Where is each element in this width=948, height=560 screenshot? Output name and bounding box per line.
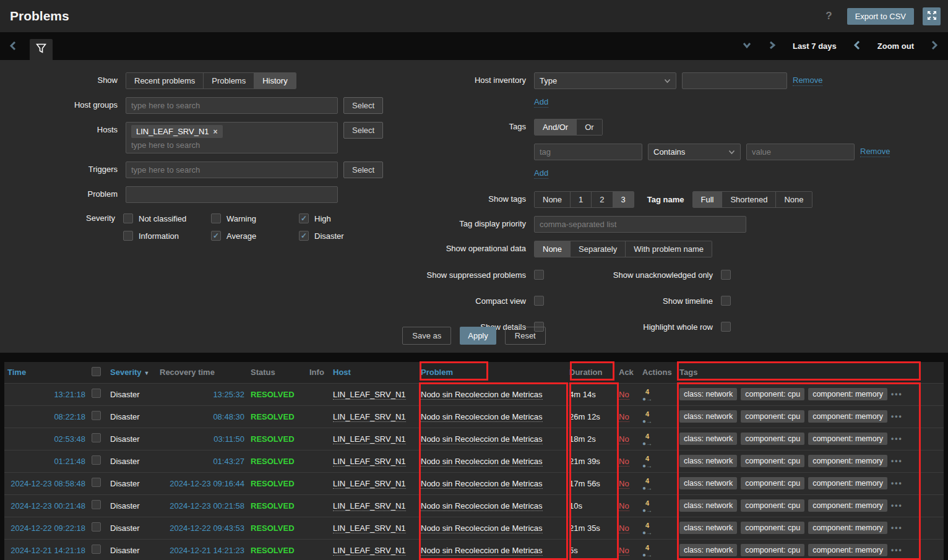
problem-link[interactable]: Nodo sin Recoleccion de Metricas [421,434,543,444]
status-resolved[interactable]: RESOLVED [251,546,295,555]
more-tags-button[interactable]: ••• [891,412,903,421]
actions-badge[interactable]: 4 ●→ [642,522,652,536]
column-header-time[interactable]: Time [4,362,88,383]
host-link[interactable]: LIN_LEAF_SRV_N1 [333,546,406,556]
severity-checkbox-high[interactable] [299,213,309,223]
ack-link[interactable]: No [619,546,629,556]
chevron-down-icon[interactable] [742,41,752,51]
tag-display-priority-input[interactable] [534,216,746,233]
time-range-button[interactable]: Last 7 days [793,41,837,51]
chevron-right-small-icon[interactable] [769,40,776,52]
host-inventory-add-link[interactable]: Add [534,97,548,108]
row-checkbox[interactable] [92,411,101,420]
actions-badge[interactable]: 4 ●→ [642,478,652,491]
row-checkbox[interactable] [92,522,101,532]
host-link[interactable]: LIN_LEAF_SRV_N1 [333,479,406,489]
triggers-select-button[interactable]: Select [343,162,383,178]
row-checkbox[interactable] [92,389,101,398]
row-checkbox[interactable] [92,500,101,509]
more-tags-button[interactable]: ••• [891,523,903,532]
tag-name-none[interactable]: None [776,192,811,207]
status-resolved[interactable]: RESOLVED [251,501,295,510]
more-tags-button[interactable]: ••• [891,546,903,554]
host-link[interactable]: LIN_LEAF_SRV_N1 [333,457,406,467]
hosts-input[interactable]: LIN_LEAF_SRV_N1 × type here to search [126,122,338,153]
problem-link[interactable]: Nodo sin Recoleccion de Metricas [421,457,543,467]
show-option-recent[interactable]: Recent problems [126,73,204,88]
tag-name-full[interactable]: Full [693,192,723,207]
show-timeline-checkbox[interactable] [721,296,731,306]
more-tags-button[interactable]: ••• [891,501,903,510]
ack-link[interactable]: No [619,390,629,400]
column-header-severity[interactable]: Severity▼ [107,362,157,383]
show-tags-1[interactable]: 1 [571,192,592,207]
problem-link[interactable]: Nodo sin Recoleccion de Metricas [421,546,543,556]
sod-with-problem-name[interactable]: With problem name [626,241,712,257]
hosts-select-button[interactable]: Select [343,122,383,139]
host-inventory-remove-link[interactable]: Remove [793,75,822,86]
severity-checkbox-average[interactable] [211,231,221,241]
problem-time-link[interactable]: 08:22:18 [54,412,85,421]
host-inventory-field-select[interactable]: Type [534,72,676,89]
row-checkbox[interactable] [92,455,101,465]
filter-tab[interactable] [30,39,53,60]
sod-none[interactable]: None [535,241,571,257]
status-resolved[interactable]: RESOLVED [251,390,295,399]
ack-link[interactable]: No [619,434,629,444]
show-tags-2[interactable]: 2 [592,192,613,207]
status-resolved[interactable]: RESOLVED [251,457,295,466]
column-header-host[interactable]: Host [330,362,418,383]
severity-checkbox-not-classified[interactable] [123,213,133,223]
host-link[interactable]: LIN_LEAF_SRV_N1 [333,501,406,511]
severity-checkbox-information[interactable] [123,231,133,241]
host-link[interactable]: LIN_LEAF_SRV_N1 [333,412,406,422]
host-groups-select-button[interactable]: Select [343,97,383,114]
actions-badge[interactable]: 4 ●→ [642,545,652,558]
reset-button[interactable]: Reset [505,327,546,345]
tag-name-input[interactable] [534,144,642,160]
ack-link[interactable]: No [619,457,629,467]
show-tags-3[interactable]: 3 [613,192,634,207]
more-tags-button[interactable]: ••• [891,390,903,398]
actions-badge[interactable]: 4 ●→ [642,411,652,424]
problem-time-link[interactable]: 02:53:48 [54,434,85,444]
recovery-time-link[interactable]: 2024-12-23 00:21:58 [170,501,244,510]
tag-match-select[interactable]: Contains [648,144,741,160]
ack-link[interactable]: No [619,412,629,422]
severity-checkbox-disaster[interactable] [299,231,309,241]
problem-time-link[interactable]: 13:21:18 [54,390,85,399]
apply-button[interactable]: Apply [460,327,496,345]
tag-add-link[interactable]: Add [534,168,548,179]
show-option-problems[interactable]: Problems [204,73,254,88]
sod-separately[interactable]: Separately [571,241,626,257]
more-tags-button[interactable]: ••• [891,479,903,488]
problem-time-link[interactable]: 01:21:48 [54,457,85,466]
host-link[interactable]: LIN_LEAF_SRV_N1 [333,390,406,400]
problem-time-link[interactable]: 2024-12-22 09:22:18 [11,523,85,533]
ack-link[interactable]: No [619,523,629,533]
host-link[interactable]: LIN_LEAF_SRV_N1 [333,523,406,533]
severity-checkbox-warning[interactable] [211,213,221,223]
save-as-button[interactable]: Save as [402,327,451,345]
ack-link[interactable]: No [619,479,629,489]
more-tags-button[interactable]: ••• [891,434,903,443]
collapse-left-icon[interactable] [9,40,17,53]
recovery-time-link[interactable]: 2024-12-21 14:21:23 [170,546,244,555]
tag-name-shortened[interactable]: Shortened [722,192,776,207]
recovery-time-link[interactable]: 03:11:50 [213,434,244,444]
chip-remove-icon[interactable]: × [213,127,218,136]
export-csv-button[interactable]: Export to CSV [847,8,914,25]
recovery-time-link[interactable]: 13:25:32 [213,390,244,399]
problem-input[interactable] [126,186,338,203]
actions-badge[interactable]: 4 ●→ [642,433,652,447]
status-resolved[interactable]: RESOLVED [251,434,295,444]
show-suppressed-problems-checkbox[interactable] [534,270,544,280]
row-checkbox[interactable] [92,478,101,487]
tags-operator-or[interactable]: Or [577,119,601,135]
more-tags-button[interactable]: ••• [891,457,903,465]
tag-remove-link[interactable]: Remove [860,147,890,157]
row-checkbox[interactable] [92,433,101,442]
kiosk-mode-button[interactable] [923,7,941,25]
actions-badge[interactable]: 4 ●→ [642,455,652,469]
problem-time-link[interactable]: 2024-12-23 00:21:48 [11,501,85,510]
